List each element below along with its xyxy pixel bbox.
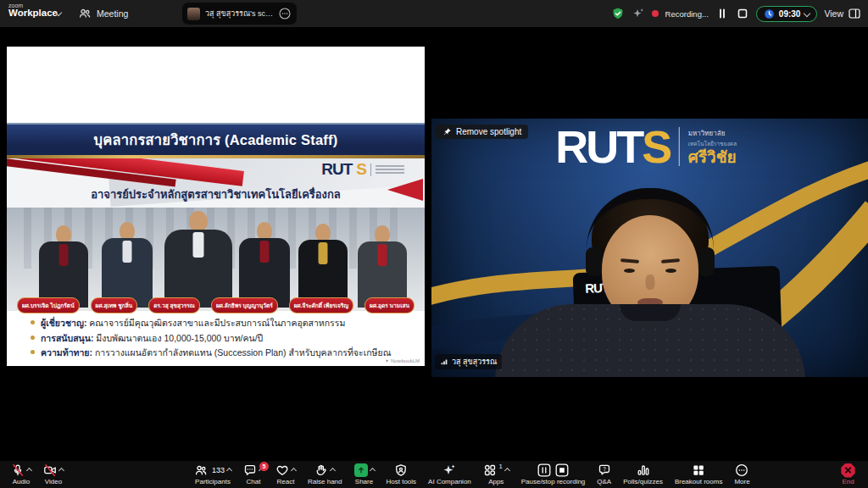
end-label: End	[842, 478, 854, 485]
apps-icon	[483, 463, 497, 477]
chevron-up-icon[interactable]	[58, 468, 64, 474]
chevron-up-icon[interactable]	[226, 468, 232, 474]
chevron-up-icon[interactable]	[330, 468, 336, 474]
person-figure	[102, 222, 153, 308]
chevron-up-icon[interactable]	[369, 468, 375, 474]
participant-name-tag: วสุ สุขสุวรรณ	[435, 354, 502, 369]
share-screen-icon	[354, 463, 368, 477]
slide-subtitle-section: RUTS อาจารย์ประจำหลักสูตรสาขาวิชาเทคโนโล…	[7, 158, 425, 208]
slide-subtitle: อาจารย์ประจำหลักสูตรสาขาวิชาเทคโนโลยีเคร…	[7, 186, 425, 203]
name-tag: ผศ.บรรเจิด ไปฎกรัตน์	[17, 297, 80, 313]
react-label: React	[277, 478, 295, 485]
group-photo	[7, 208, 425, 311]
bullet-item: ผู้เชี่ยวชาญ: คณาจารย์มีคุณวุฒิตรงสาขาแล…	[31, 318, 418, 329]
chat-button[interactable]: 5 Chat	[237, 461, 270, 488]
chat-icon	[243, 463, 257, 477]
chevron-up-icon[interactable]	[26, 468, 32, 474]
more-ellipsis-icon	[735, 463, 748, 477]
participants-button[interactable]: 133 Participants	[188, 461, 237, 488]
ruts-logo-small: RUTS	[321, 160, 404, 179]
apps-button[interactable]: 1 Apps	[477, 461, 515, 488]
name-tag: ผศ.ลักธิพร บุญญานุวัตร์	[211, 297, 278, 313]
pause-recording-icon[interactable]	[715, 7, 729, 20]
recording-dot-icon	[652, 10, 659, 17]
slide-title: บุคลากรสายวิชาการ (Academic Staff)	[94, 129, 338, 151]
ai-companion-button[interactable]: AI Companion	[422, 461, 477, 488]
video-label: Video	[45, 478, 62, 485]
polls-chart-icon	[637, 463, 650, 477]
person-figure	[164, 211, 232, 308]
host-tools-button[interactable]: Host tools	[381, 461, 423, 488]
bullet-lead: การสนับสนุน:	[41, 333, 93, 343]
view-button[interactable]: View	[824, 7, 861, 20]
toolbar-left-group: Audio Video	[5, 461, 70, 488]
shared-screen-tab-label: วสุ สุขสุวรรณ's screen	[205, 8, 273, 19]
ai-sparkle-icon[interactable]	[632, 7, 645, 20]
heart-icon	[275, 463, 289, 477]
raise-hand-button[interactable]: Raise hand	[302, 461, 348, 488]
polls-button[interactable]: Polls/quizzes	[617, 461, 669, 488]
remove-spotlight-button[interactable]: Remove spotlight	[436, 125, 528, 139]
chevron-up-icon[interactable]	[291, 468, 297, 474]
chevron-up-icon[interactable]	[504, 468, 510, 474]
react-button[interactable]: React	[270, 461, 302, 488]
stop-recording-icon[interactable]	[736, 7, 749, 20]
apps-badge: 1	[499, 463, 503, 469]
ellipsis-menu-icon[interactable]	[278, 7, 292, 20]
more-button[interactable]: More	[728, 461, 755, 488]
qa-button[interactable]: ? Q&A	[591, 461, 617, 488]
bullet-dot-icon	[31, 320, 35, 324]
top-bar-right-controls: Recording... 09:30 View	[611, 0, 861, 27]
person-figure	[239, 222, 290, 308]
zoom-meeting-window: zoom Workplace Meeting วสุ สุขสุวรรณ's s…	[0, 0, 868, 488]
slide-bullets: ผู้เชี่ยวชาญ: คณาจารย์มีคุณวุฒิตรงสาขาแล…	[31, 318, 418, 363]
name-tags-row: ผศ.บรรเจิด ไปฎกรัตน์ ผศ.สุเทพ ชูกลิ่น ดร…	[17, 297, 415, 313]
svg-text:?: ?	[603, 466, 606, 472]
headphone-cup	[698, 247, 715, 276]
end-meeting-button[interactable]: End	[835, 461, 861, 488]
person-figure	[358, 225, 407, 308]
ai-companion-label: AI Companion	[428, 478, 471, 485]
polls-label: Polls/quizzes	[623, 478, 663, 485]
participants-icon	[194, 463, 208, 477]
remove-spotlight-label: Remove spotlight	[456, 127, 521, 136]
notebooklm-watermark: ✦ NotebookLM	[385, 358, 420, 363]
meeting-toolbar: Audio Video	[0, 461, 868, 488]
meeting-timer[interactable]: 09:30	[756, 6, 818, 22]
pause-stop-recording-button[interactable]: Pause/stop recording	[515, 461, 592, 488]
participants-label: Participants	[195, 478, 231, 485]
name-tag: ผศ.สุเทพ ชูกลิ่น	[91, 297, 138, 313]
toolbar-center-group: 133 Participants 5 Chat	[188, 461, 756, 488]
logo-text-lines	[376, 165, 404, 174]
participants-count: 133	[212, 466, 225, 474]
participant-name: วสุ สุขสุวรรณ	[452, 356, 497, 368]
person-figure	[39, 225, 88, 308]
audio-button[interactable]: Audio	[5, 461, 37, 488]
bullet-lead: ผู้เชี่ยวชาญ:	[41, 318, 86, 328]
audio-label: Audio	[13, 478, 30, 485]
meeting-tab-label: Meeting	[97, 8, 128, 19]
recording-status: Recording...	[665, 9, 709, 19]
tab-shared-screen[interactable]: วสุ สุขสุวรรณ's screen	[182, 3, 297, 25]
breakout-rooms-button[interactable]: Breakout rooms	[669, 461, 728, 488]
shield-icon	[394, 463, 408, 477]
stop-recording-icon[interactable]	[555, 463, 569, 477]
host-tools-label: Host tools	[387, 478, 417, 485]
ruts-logo-s: S	[356, 160, 366, 179]
microphone-muted-icon	[11, 463, 25, 477]
share-button[interactable]: Share	[348, 461, 381, 488]
security-shield-icon[interactable]	[611, 7, 625, 20]
bullet-text: การวางแผนอัตรากำลังทดแทน (Succession Pla…	[95, 347, 391, 358]
tab-meeting[interactable]: Meeting	[73, 0, 133, 27]
chevron-down-icon[interactable]	[804, 10, 810, 17]
top-bar: zoom Workplace Meeting วสุ สุขสุวรรณ's s…	[0, 0, 868, 27]
shared-screen-thumbnail	[187, 8, 200, 20]
zoom-logo-main: Workplace	[8, 8, 58, 19]
chat-label: Chat	[247, 478, 261, 485]
bullet-text: คณาจารย์มีคุณวุฒิตรงสาขาและมีประสบการณ์ใ…	[89, 318, 345, 328]
pause-recording-icon[interactable]	[537, 463, 551, 477]
name-tag: ดร.วสุ สุขสุวรรณ	[148, 297, 200, 313]
qa-label: Q&A	[597, 478, 611, 485]
video-button[interactable]: Video	[37, 461, 70, 488]
clock-icon	[764, 8, 775, 19]
